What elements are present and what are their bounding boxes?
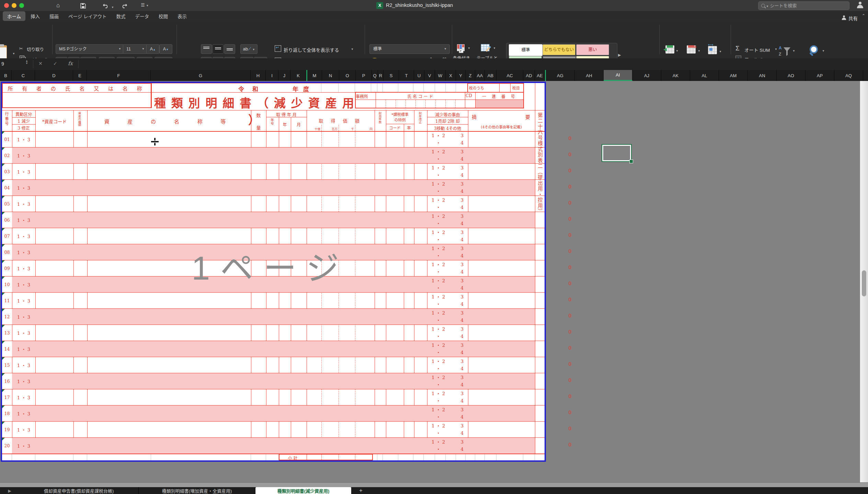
- insert-caret[interactable]: ▼: [676, 49, 678, 52]
- sheet-search-input[interactable]: ▼ シートを検索: [758, 1, 849, 10]
- horizontal-scrollbar[interactable]: [0, 482, 868, 487]
- format-table-caret[interactable]: ▼: [493, 47, 496, 50]
- sheet-tab-1[interactable]: 種類別明細書(増加資産・全資産用): [139, 487, 255, 494]
- column-header-U[interactable]: U: [414, 70, 424, 81]
- paste-caret[interactable]: ▼: [12, 52, 15, 55]
- column-header-Q[interactable]: Q: [372, 70, 378, 81]
- format-as-table-icon[interactable]: [481, 44, 491, 53]
- share-button[interactable]: 共有: [841, 13, 858, 22]
- form-row-20[interactable]: 201 ・ 31 ・ 23・4: [2, 438, 545, 454]
- column-header-W[interactable]: W: [435, 70, 446, 81]
- column-header-AP[interactable]: AP: [806, 70, 834, 81]
- sheet-tab-0[interactable]: 償却資産申告書(償却資産課税台帳): [19, 487, 139, 494]
- column-header-K[interactable]: K: [290, 70, 306, 81]
- save-icon[interactable]: [80, 3, 86, 11]
- cut-button[interactable]: 切り取り: [27, 46, 44, 52]
- form-row-04[interactable]: 041 ・ 31 ・ 23・4: [2, 180, 545, 196]
- ribbon-tab-5[interactable]: データ: [131, 11, 154, 21]
- selected-cell[interactable]: [602, 144, 632, 162]
- column-header-AN[interactable]: AN: [748, 70, 777, 81]
- form-row-13[interactable]: 131 ・ 31 ・ 23・4: [2, 325, 545, 341]
- column-header-AE[interactable]: AE: [535, 70, 545, 81]
- decrease-font-button[interactable]: A▼: [159, 44, 172, 54]
- form-row-14[interactable]: 141 ・ 31 ・ 23・4: [2, 341, 545, 357]
- column-header-N[interactable]: N: [322, 70, 339, 81]
- column-header-AB[interactable]: AB: [485, 70, 496, 81]
- form-row-01[interactable]: 011 ・ 31 ・ 23・4: [2, 131, 545, 148]
- column-header-T[interactable]: T: [399, 70, 414, 81]
- ribbon-tab-6[interactable]: 校閲: [154, 11, 172, 21]
- column-header-G[interactable]: G: [151, 70, 251, 81]
- search-caret[interactable]: ▼: [766, 5, 769, 8]
- enter-icon[interactable]: ✓: [53, 61, 57, 66]
- align-top-button[interactable]: [201, 44, 212, 54]
- column-header-I[interactable]: I: [266, 70, 278, 81]
- qat-customize-icon[interactable]: ☰ ▼: [141, 1, 149, 10]
- sheet-tab-2[interactable]: 種類別明細書(減少資産用): [255, 487, 352, 494]
- column-header-B[interactable]: B: [0, 70, 12, 81]
- close-window-button[interactable]: [4, 3, 9, 8]
- cancel-icon[interactable]: ✕: [38, 61, 43, 66]
- column-header-R[interactable]: R: [378, 70, 384, 81]
- styles-gallery-more-button[interactable]: ▶: [618, 53, 621, 57]
- form-row-03[interactable]: 031 ・ 31 ・ 23・4: [2, 164, 545, 180]
- column-header-V[interactable]: V: [424, 70, 435, 81]
- format-cells-caret[interactable]: ▼: [719, 50, 722, 53]
- column-header-AJ[interactable]: AJ: [632, 70, 661, 81]
- column-header-AC[interactable]: AC: [496, 70, 523, 81]
- form-row-18[interactable]: 181 ・ 31 ・ 23・4: [2, 405, 545, 422]
- column-header-AQ[interactable]: AQ: [834, 70, 863, 81]
- formula-input[interactable]: [80, 58, 868, 70]
- column-header-X[interactable]: X: [446, 70, 456, 81]
- form-row-06[interactable]: 061 ・ 31 ・ 23・4: [2, 212, 545, 228]
- name-box[interactable]: 9: [1, 61, 4, 67]
- form-row-05[interactable]: 051 ・ 31 ・ 23・4: [2, 196, 545, 212]
- column-header-P[interactable]: P: [356, 70, 372, 81]
- conditional-caret[interactable]: ▼: [468, 47, 470, 50]
- ribbon-tab-7[interactable]: 表示: [173, 11, 191, 21]
- font-size-select[interactable]: 11▼: [123, 44, 147, 54]
- fx-icon[interactable]: fx: [68, 60, 73, 67]
- find-caret[interactable]: ▼: [822, 49, 825, 52]
- column-header-Y[interactable]: Y: [456, 70, 466, 81]
- cell-style-どちらでもない[interactable]: どちらでもない: [542, 44, 575, 55]
- autosum-button[interactable]: オート SUM: [744, 46, 770, 53]
- column-header-H[interactable]: H: [251, 70, 266, 81]
- column-header-J[interactable]: J: [278, 70, 290, 81]
- add-sheet-button[interactable]: +: [352, 487, 370, 494]
- autosum-caret[interactable]: ▼: [775, 48, 777, 51]
- ribbon-tab-0[interactable]: ホーム: [3, 11, 25, 21]
- orientation-button[interactable]: ab⟋ ▼: [240, 44, 258, 54]
- ribbon-tab-4[interactable]: 数式: [112, 11, 130, 21]
- cell-style-標準[interactable]: 標準: [509, 44, 542, 56]
- form-row-11[interactable]: 111 ・ 31 ・ 23・4: [2, 293, 545, 309]
- column-header-AM[interactable]: AM: [719, 70, 748, 81]
- sheet-tab-scroll-right[interactable]: ▶: [0, 487, 19, 494]
- undo-dropdown-caret[interactable]: ▼: [111, 3, 114, 12]
- column-header-C[interactable]: C: [12, 70, 35, 81]
- column-header-AO[interactable]: AO: [777, 70, 806, 81]
- form-row-15[interactable]: 151 ・ 31 ・ 23・4: [2, 357, 545, 373]
- column-header-AL[interactable]: AL: [690, 70, 719, 81]
- align-bottom-button[interactable]: [224, 44, 235, 54]
- vertical-scrollbar[interactable]: [860, 81, 868, 482]
- column-header-D[interactable]: D: [35, 70, 73, 81]
- column-header-AK[interactable]: AK: [661, 70, 690, 81]
- column-header-AI[interactable]: AI: [604, 70, 632, 81]
- column-header-AA[interactable]: AA: [475, 70, 485, 81]
- column-header-Z[interactable]: Z: [466, 70, 475, 81]
- conditional-formatting-icon[interactable]: ≠: [457, 44, 466, 53]
- column-header-O[interactable]: O: [339, 70, 356, 81]
- form-row-17[interactable]: 171 ・ 31 ・ 23・4: [2, 389, 545, 405]
- form-row-19[interactable]: 191 ・ 31 ・ 23・4: [2, 422, 545, 438]
- zoom-window-button[interactable]: [19, 3, 24, 8]
- column-header-AH[interactable]: AH: [575, 70, 604, 81]
- name-box-spinner[interactable]: ▲▼: [25, 60, 28, 64]
- scissors-icon[interactable]: ✂: [19, 46, 23, 51]
- redo-icon[interactable]: [121, 3, 127, 11]
- sort-caret[interactable]: ▼: [792, 49, 795, 52]
- column-header-M[interactable]: M: [307, 70, 322, 81]
- collapse-ribbon-chevron[interactable]: ⌃: [862, 13, 865, 18]
- vertical-scrollbar-thumb[interactable]: [862, 270, 866, 296]
- minimize-window-button[interactable]: [12, 3, 16, 8]
